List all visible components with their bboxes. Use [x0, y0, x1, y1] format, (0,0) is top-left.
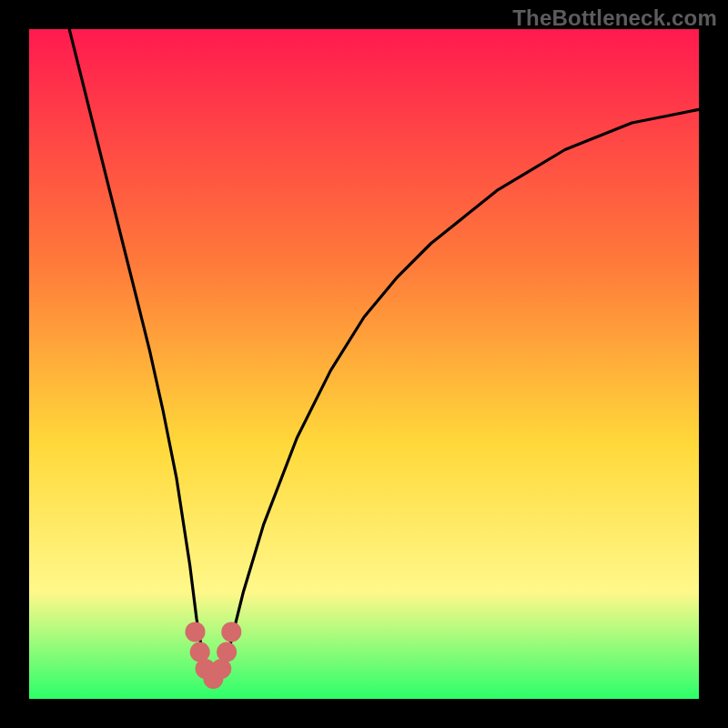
marker-dot [186, 622, 206, 642]
marker-dot [221, 622, 241, 642]
plot-area [29, 29, 699, 699]
marker-dot [217, 642, 237, 662]
bottleneck-chart [29, 29, 699, 699]
watermark-text: TheBottleneck.com [512, 5, 717, 31]
chart-frame: TheBottleneck.com [0, 0, 728, 728]
gradient-background [29, 29, 699, 699]
